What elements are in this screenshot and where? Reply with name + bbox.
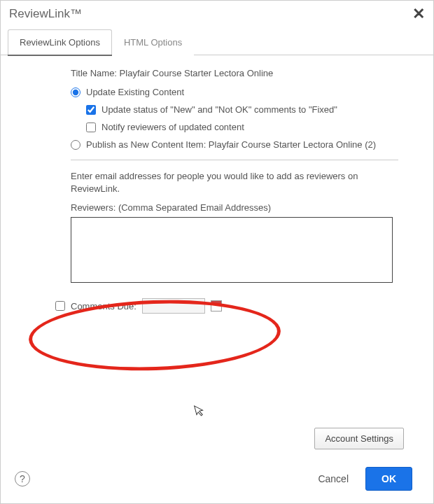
tab-reviewlink-options[interactable]: ReviewLink Options [8, 29, 112, 55]
title-name-label: Title Name: [71, 68, 117, 78]
divider [71, 160, 398, 160]
radio-publish-new[interactable] [71, 140, 80, 150]
title-name-value: Playfair Course Starter Lectora Online [120, 68, 274, 78]
comments-due-date-input[interactable] [142, 298, 205, 314]
email-instructions: Enter email addresses for people you wou… [71, 170, 398, 195]
label-publish-new: Publish as New Content Item: Playfair Co… [86, 139, 376, 150]
close-icon[interactable]: ✕ [412, 6, 425, 22]
label-notify-reviewers: Notify reviewers of updated content [102, 122, 244, 132]
reviewers-input[interactable] [71, 217, 393, 283]
checkbox-notify-reviewers[interactable] [86, 122, 96, 132]
tab-html-options[interactable]: HTML Options [112, 29, 194, 55]
checkbox-update-status[interactable] [86, 105, 96, 115]
label-update-existing: Update Existing Content [86, 87, 184, 97]
cancel-button[interactable]: Cancel [318, 473, 349, 484]
checkbox-comments-due[interactable] [55, 301, 65, 311]
title-name-row: Title Name: Playfair Course Starter Lect… [71, 68, 398, 78]
radio-update-existing[interactable] [71, 88, 80, 97]
help-icon[interactable]: ? [15, 471, 30, 486]
calendar-icon[interactable] [211, 300, 222, 312]
label-comments-due: Comments Due: [71, 301, 136, 312]
cursor-icon [193, 403, 206, 421]
ok-button[interactable]: OK [365, 467, 412, 491]
dialog-title: ReviewLink™ [9, 7, 82, 21]
account-settings-button[interactable]: Account Settings [314, 428, 404, 449]
label-update-status: Update status of "New" and "Not OK" comm… [102, 104, 337, 115]
reviewers-label: Reviewers: (Comma Separated Email Addres… [71, 202, 398, 213]
tab-bar: ReviewLink Options HTML Options [1, 29, 433, 55]
